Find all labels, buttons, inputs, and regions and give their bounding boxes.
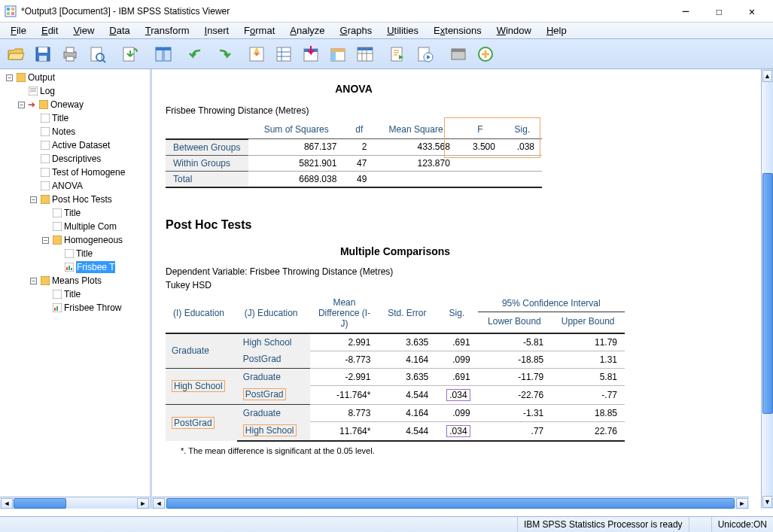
- scroll-thumb[interactable]: [166, 498, 735, 509]
- tree-item-selected[interactable]: Frisbee T: [76, 261, 115, 273]
- print-preview-icon[interactable]: [84, 41, 110, 67]
- menu-insert[interactable]: Insert: [197, 23, 237, 38]
- menu-file[interactable]: File: [3, 23, 34, 38]
- tree-item[interactable]: Test of Homogene: [52, 166, 125, 178]
- anova-dv-label: Frisbee Throwing Distance (Metres): [166, 105, 761, 116]
- print-icon[interactable]: [57, 41, 83, 67]
- close-button[interactable]: ✕: [735, 1, 768, 22]
- svg-rect-57: [65, 249, 74, 258]
- scroll-left-icon[interactable]: ◄: [153, 498, 165, 509]
- content-vscrollbar[interactable]: ▲ ▼: [761, 69, 773, 509]
- svg-rect-17: [156, 47, 171, 50]
- titlebar: *Output3 [Document3] - IBM SPSS Statisti…: [0, 0, 773, 23]
- menu-extensions[interactable]: Extensions: [426, 23, 489, 38]
- tree-item[interactable]: Frisbee Throw: [64, 302, 121, 314]
- designate-window-icon[interactable]: [446, 41, 471, 67]
- svg-rect-9: [66, 47, 74, 53]
- tree-means[interactable]: Means Plots: [52, 275, 102, 287]
- scroll-right-icon[interactable]: ►: [137, 498, 149, 509]
- status-processor: IBM SPSS Statistics Processor is ready: [517, 517, 689, 532]
- dataset-icon: [40, 140, 50, 150]
- svg-rect-49: [41, 141, 50, 150]
- goto-case-icon[interactable]: [244, 41, 269, 67]
- menu-edit[interactable]: Edit: [34, 23, 65, 38]
- svg-rect-47: [41, 114, 50, 123]
- maximize-button[interactable]: ☐: [702, 1, 735, 22]
- svg-rect-54: [53, 208, 62, 217]
- tree-item[interactable]: Title: [76, 248, 93, 260]
- outline-tree[interactable]: −Output Log −➔Oneway Title Notes Active …: [0, 69, 152, 509]
- multcomp-title: Multiple Comparisons: [166, 245, 625, 257]
- posthoc-dv: Dependent Variable: Frisbee Throwing Dis…: [166, 266, 761, 277]
- tree-item[interactable]: Multiple Com: [64, 220, 117, 233]
- tree-item[interactable]: Post Hoc Tests: [52, 193, 112, 205]
- save-icon[interactable]: [30, 41, 56, 67]
- svg-rect-55: [53, 222, 62, 231]
- tree-item[interactable]: Active Dataset: [52, 139, 110, 151]
- svg-rect-27: [331, 49, 345, 52]
- open-icon[interactable]: [3, 41, 29, 67]
- menu-window[interactable]: Window: [489, 23, 539, 38]
- chart-icon: [64, 262, 75, 272]
- redo-icon[interactable]: [211, 41, 236, 67]
- svg-rect-62: [41, 276, 50, 285]
- svg-line-13: [102, 59, 105, 62]
- multcomp-table: (I) Education (J) Education Mean Differe…: [166, 295, 625, 442]
- title-icon: [64, 248, 75, 259]
- scroll-thumb[interactable]: [14, 498, 66, 509]
- minimize-button[interactable]: ─: [669, 1, 702, 22]
- menu-data[interactable]: Data: [102, 23, 137, 38]
- goto-data-icon[interactable]: [151, 41, 176, 67]
- svg-rect-59: [66, 267, 68, 270]
- tree-item[interactable]: Title: [64, 288, 81, 300]
- menu-format[interactable]: Format: [236, 23, 282, 38]
- title-icon: [40, 113, 50, 123]
- highlight-i-postgrad: PostGrad: [172, 417, 215, 429]
- menu-utilities[interactable]: Utilities: [379, 23, 426, 38]
- tree-log[interactable]: Log: [40, 85, 55, 97]
- svg-rect-38: [452, 49, 465, 52]
- folder-icon: [40, 275, 50, 286]
- undo-icon[interactable]: [184, 41, 209, 67]
- tree-item[interactable]: Title: [64, 207, 81, 219]
- tree-item[interactable]: Descriptives: [52, 153, 101, 165]
- tree-item[interactable]: Title: [52, 112, 68, 124]
- svg-rect-46: [39, 100, 48, 109]
- oneway-icon: [38, 99, 49, 110]
- variables-icon[interactable]: [271, 41, 297, 67]
- highlight-anova-f-sig: [444, 117, 540, 158]
- scroll-up-icon[interactable]: ▲: [762, 70, 772, 82]
- tree-item[interactable]: Homogeneous: [64, 234, 123, 246]
- tree-hscrollbar[interactable]: ◄ ►: [0, 497, 150, 509]
- scroll-thumb[interactable]: [762, 173, 773, 414]
- tree-item[interactable]: Notes: [52, 126, 75, 138]
- weight-cases-icon[interactable]: [325, 41, 351, 67]
- export-icon[interactable]: [117, 41, 143, 67]
- menu-transform[interactable]: Transform: [138, 23, 197, 38]
- content-hscrollbar[interactable]: ◄ ►: [152, 497, 749, 509]
- run-pending-icon[interactable]: [412, 41, 438, 67]
- folder-icon: [40, 194, 50, 205]
- split-file-icon[interactable]: [352, 41, 378, 67]
- run-syntax-icon[interactable]: [385, 41, 411, 67]
- svg-rect-53: [41, 195, 50, 204]
- select-cases-icon[interactable]: [298, 41, 324, 67]
- tree-oneway[interactable]: Oneway: [50, 99, 84, 111]
- menu-view[interactable]: View: [65, 23, 102, 38]
- scroll-left-icon[interactable]: ◄: [1, 498, 13, 509]
- svg-rect-66: [56, 306, 58, 311]
- scroll-right-icon[interactable]: ►: [736, 498, 748, 509]
- tree-output[interactable]: Output: [28, 71, 55, 84]
- app-icon: [5, 5, 17, 17]
- scroll-down-icon[interactable]: ▼: [762, 496, 772, 508]
- svg-rect-1: [7, 8, 10, 11]
- svg-rect-34: [391, 47, 402, 61]
- menu-graphs[interactable]: Graphs: [333, 23, 380, 38]
- menu-help[interactable]: Help: [539, 23, 574, 38]
- tree-item[interactable]: ANOVA: [52, 180, 83, 192]
- posthoc-method: Tukey HSD: [166, 280, 761, 290]
- menu-analyze[interactable]: Analyze: [282, 23, 332, 38]
- folder-icon: [52, 235, 62, 245]
- add-icon[interactable]: [473, 41, 498, 67]
- svg-rect-50: [41, 154, 50, 163]
